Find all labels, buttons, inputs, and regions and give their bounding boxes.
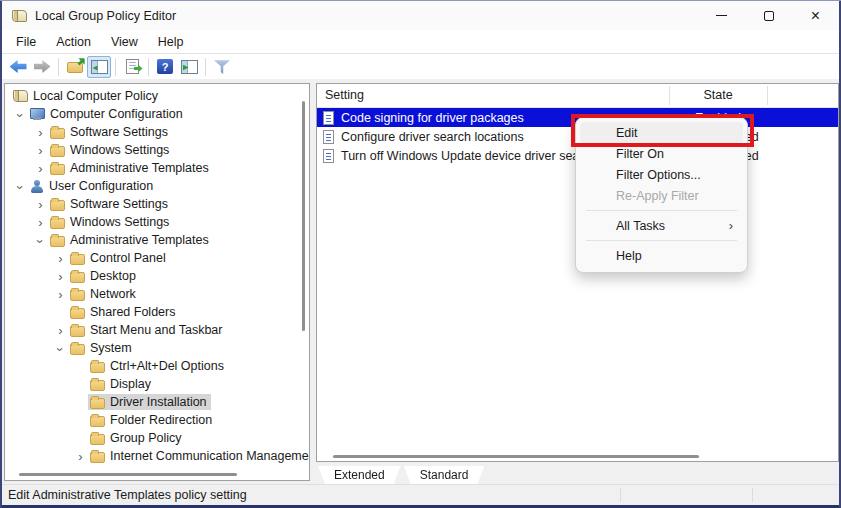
- tree-item-label: Driver Installation: [110, 395, 207, 409]
- export-list-button[interactable]: [120, 56, 144, 78]
- folder-icon: [70, 290, 85, 301]
- status-bar-divider: [752, 488, 753, 502]
- folder-icon: [70, 308, 85, 319]
- tree-item-computer-configuration[interactable]: ›Computer Configuration: [13, 105, 299, 123]
- tree-item-control-panel[interactable]: ›Control Panel: [53, 249, 299, 267]
- column-header-state[interactable]: State: [669, 88, 767, 102]
- menu-file[interactable]: File: [8, 33, 44, 51]
- tree-item-windows-settings[interactable]: ›Windows Settings: [33, 213, 299, 231]
- annotation-highlight-box: [571, 114, 754, 147]
- tree-item-network[interactable]: ›Network: [53, 285, 299, 303]
- tab-extended[interactable]: Extended: [318, 466, 401, 484]
- close-button[interactable]: ×: [792, 1, 839, 30]
- folder-icon: [70, 326, 85, 337]
- tree-item-label: Windows Settings: [70, 143, 169, 157]
- policy-setting-icon: [323, 130, 334, 144]
- tree-item-desktop[interactable]: ›Desktop: [53, 267, 299, 285]
- tree-item-windows-settings[interactable]: ›Windows Settings: [33, 141, 299, 159]
- list-header: Setting State: [317, 84, 838, 108]
- tree-item-label: Local Computer Policy: [33, 89, 158, 103]
- chevron-right-icon[interactable]: ›: [33, 198, 48, 211]
- tree-item-user-configuration[interactable]: ›User Configuration: [13, 177, 299, 195]
- tree-item-administrative-templates[interactable]: ›Administrative Templates: [33, 159, 299, 177]
- folder-icon: [70, 254, 85, 265]
- tree-item-label: Windows Settings: [70, 215, 169, 229]
- tree-item-local-computer-policy[interactable]: Local Computer Policy: [11, 87, 299, 105]
- tree-item-software-settings[interactable]: ›Software Settings: [33, 123, 299, 141]
- tree-item-folder-redirection[interactable]: Folder Redirection: [73, 411, 299, 429]
- context-menu-item-filter-options-[interactable]: Filter Options...: [580, 164, 743, 185]
- column-divider[interactable]: [669, 86, 670, 105]
- toolbar-separator: [205, 58, 206, 76]
- menu-action[interactable]: Action: [48, 33, 99, 51]
- back-icon: [10, 60, 27, 73]
- chevron-right-icon[interactable]: ›: [53, 270, 68, 283]
- action-pane-toggle-button[interactable]: [177, 56, 201, 78]
- chevron-right-icon[interactable]: ›: [53, 324, 68, 337]
- chevron-right-icon[interactable]: ›: [53, 288, 68, 301]
- tree-item-display[interactable]: Display: [73, 375, 299, 393]
- chevron-down-icon[interactable]: ›: [14, 108, 27, 123]
- chevron-down-icon[interactable]: ›: [34, 234, 47, 249]
- tree-item-label: System: [90, 341, 132, 355]
- column-divider[interactable]: [767, 86, 768, 105]
- tree-item-label: Ctrl+Alt+Del Options: [110, 359, 224, 373]
- tree-item-label: Software Settings: [70, 197, 168, 211]
- folder-icon: [90, 380, 105, 391]
- list-horizontal-scrollbar[interactable]: [333, 455, 699, 458]
- menu-help[interactable]: Help: [150, 33, 192, 51]
- filter-icon: [214, 59, 230, 74]
- tree-item-label: Internet Communication Management: [110, 449, 310, 463]
- tree-item-label: Administrative Templates: [70, 161, 209, 175]
- column-header-setting[interactable]: Setting: [325, 88, 364, 102]
- tree-horizontal-scrollbar[interactable]: [19, 473, 237, 476]
- help-button[interactable]: ?: [153, 56, 177, 78]
- tree-vertical-scrollbar[interactable]: [302, 101, 305, 331]
- tree-item-ctrl-alt-del-options[interactable]: Ctrl+Alt+Del Options: [73, 357, 299, 375]
- chevron-right-icon[interactable]: ›: [33, 162, 48, 175]
- folder-icon: [90, 416, 105, 427]
- local-group-policy-editor-window: Local Group Policy Editor × FileActionVi…: [0, 0, 841, 508]
- context-menu-item-re-apply-filter: Re-Apply Filter: [580, 185, 743, 206]
- export-list-icon: [126, 59, 139, 74]
- tree-item-administrative-templates[interactable]: ›Administrative Templates: [33, 231, 299, 249]
- tree-item-start-menu-and-taskbar[interactable]: ›Start Menu and Taskbar: [53, 321, 299, 339]
- chevron-down-icon[interactable]: ›: [14, 180, 27, 195]
- console-tree-pane: Local Computer Policy›Computer Configura…: [4, 83, 310, 481]
- chevron-right-icon[interactable]: ›: [33, 126, 48, 139]
- tree-item-label: Folder Redirection: [110, 413, 212, 427]
- menu-view[interactable]: View: [103, 33, 146, 51]
- tree-item-system[interactable]: ›System: [53, 339, 299, 357]
- menu-separator: [586, 210, 737, 211]
- folder-icon: [70, 344, 85, 355]
- chevron-right-icon[interactable]: ›: [53, 252, 68, 265]
- context-menu-item-help[interactable]: Help: [580, 245, 743, 266]
- context-menu-item-all-tasks[interactable]: All Tasks›: [580, 215, 743, 236]
- toolbar-separator: [148, 58, 149, 76]
- tree-item-shared-folders[interactable]: Shared Folders: [53, 303, 299, 321]
- tree-item-software-settings[interactable]: ›Software Settings: [33, 195, 299, 213]
- tree-item-label: Desktop: [90, 269, 136, 283]
- chevron-right-icon[interactable]: ›: [33, 216, 48, 229]
- console-tree-toggle-button[interactable]: [87, 56, 111, 78]
- action-pane-toggle-icon: [181, 60, 198, 74]
- maximize-button[interactable]: [745, 1, 792, 30]
- tree-item-driver-installation[interactable]: Driver Installation: [73, 393, 299, 411]
- filter-button[interactable]: [210, 56, 234, 78]
- chevron-down-icon[interactable]: ›: [54, 342, 67, 357]
- back-button[interactable]: [6, 56, 30, 78]
- tree-item-label: Control Panel: [90, 251, 166, 265]
- setting-name: Turn off Windows Update device driver se…: [341, 149, 597, 163]
- view-tabs: ExtendedStandard: [318, 466, 484, 484]
- menu-bar: FileActionViewHelp: [2, 30, 839, 53]
- tree-item-label: Shared Folders: [90, 305, 175, 319]
- forward-button[interactable]: [30, 56, 54, 78]
- tree-item-group-policy[interactable]: Group Policy: [73, 429, 299, 447]
- chevron-right-icon[interactable]: ›: [33, 144, 48, 157]
- minimize-button[interactable]: [698, 1, 745, 30]
- folder-icon: [50, 164, 65, 175]
- tree-item-internet-communication-management[interactable]: ›Internet Communication Management: [73, 447, 299, 465]
- up-one-level-button[interactable]: [63, 56, 87, 78]
- chevron-right-icon[interactable]: ›: [73, 450, 88, 463]
- tab-standard[interactable]: Standard: [404, 466, 485, 484]
